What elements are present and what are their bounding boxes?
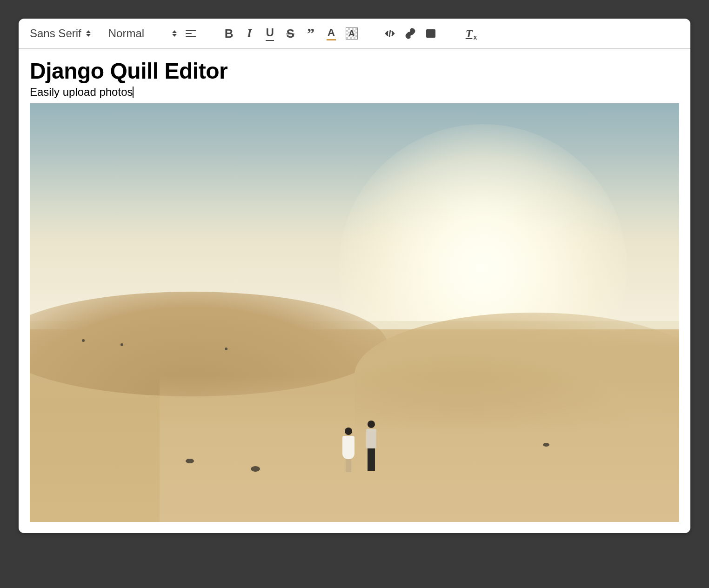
link-icon	[405, 28, 416, 39]
inserted-image[interactable]	[30, 103, 679, 522]
image-button[interactable]	[422, 25, 439, 42]
align-icon	[186, 30, 196, 37]
editor-content-area[interactable]: Django Quill Editor Easily upload photos	[19, 49, 690, 533]
text-color-icon: A	[327, 27, 336, 40]
italic-icon: I	[247, 27, 252, 40]
content-paragraph: Easily upload photos	[30, 86, 133, 99]
clear-format-icon: T	[466, 27, 473, 40]
content-heading: Django Quill Editor	[30, 58, 679, 84]
code-block-button[interactable]	[381, 25, 398, 42]
underline-icon: U	[266, 26, 274, 41]
code-icon	[384, 28, 395, 39]
image-icon	[425, 28, 436, 39]
editor-container: Sans Serif Normal B I	[19, 19, 690, 533]
background-color-button[interactable]: A	[343, 25, 360, 42]
underline-button[interactable]: U	[261, 25, 278, 42]
link-button[interactable]	[402, 25, 419, 42]
svg-marker-1	[86, 34, 91, 37]
image-bush	[543, 443, 549, 447]
font-picker-label: Sans Serif	[30, 27, 81, 40]
bold-icon: B	[225, 27, 234, 41]
strike-icon: S	[286, 27, 294, 41]
svg-marker-0	[86, 30, 91, 33]
font-picker[interactable]: Sans Serif	[28, 27, 93, 40]
image-bush	[251, 466, 260, 472]
image-dune	[160, 375, 679, 522]
svg-point-6	[428, 32, 430, 33]
image-bush	[82, 339, 85, 342]
italic-button[interactable]: I	[241, 25, 258, 42]
size-picker-label: Normal	[108, 27, 144, 40]
image-figure-man	[364, 421, 378, 472]
background-color-icon: A	[346, 27, 358, 40]
svg-marker-3	[172, 34, 177, 37]
image-bush	[225, 347, 227, 350]
editor-toolbar: Sans Serif Normal B I	[19, 19, 690, 49]
quote-icon: ”	[307, 31, 314, 36]
dropdown-arrows-icon	[172, 30, 177, 37]
align-button[interactable]	[182, 25, 199, 42]
dropdown-arrows-icon	[86, 30, 91, 37]
bold-button[interactable]: B	[221, 25, 237, 42]
image-figure-woman	[341, 428, 355, 472]
text-color-button[interactable]: A	[323, 25, 340, 42]
clear-format-button[interactable]: T x	[461, 25, 477, 42]
svg-line-4	[389, 30, 390, 37]
strike-button[interactable]: S	[282, 25, 299, 42]
size-picker[interactable]: Normal	[107, 27, 179, 40]
svg-marker-2	[172, 30, 177, 33]
blockquote-button[interactable]: ”	[302, 25, 319, 42]
image-bush	[186, 459, 194, 463]
